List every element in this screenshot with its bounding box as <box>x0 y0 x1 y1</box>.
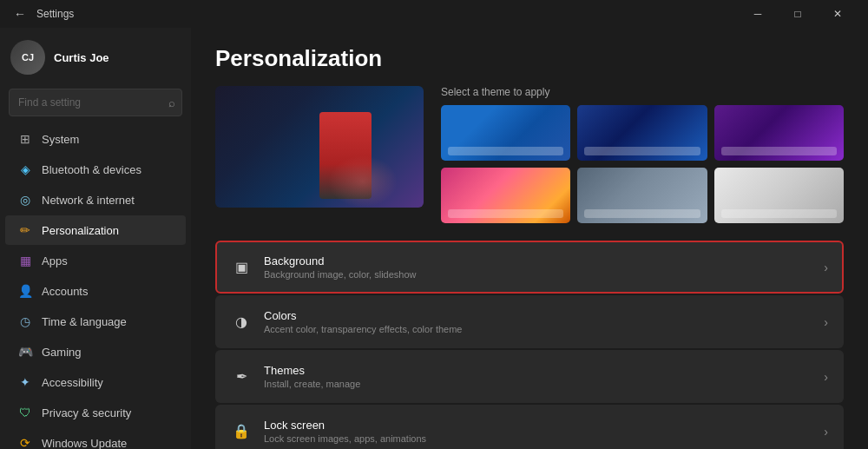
close-button[interactable]: ✕ <box>818 0 858 28</box>
accessibility-icon: ✦ <box>17 374 33 390</box>
settings-item-left-background: ▣BackgroundBackground image, color, slid… <box>231 254 416 280</box>
sidebar-item-label-time: Time & language <box>42 315 127 328</box>
settings-item-text-themes: ThemesInstall, create, manage <box>264 364 360 389</box>
settings-item-title-themes: Themes <box>264 364 360 377</box>
theme-grid-section: Select a theme to apply <box>441 86 844 223</box>
sidebar-item-system[interactable]: ⊞System <box>5 124 186 154</box>
settings-item-title-lock-screen: Lock screen <box>264 419 426 432</box>
theme-select-label: Select a theme to apply <box>441 86 844 98</box>
sidebar: CJ Curtis Joe ⌕ ⊞System◈Bluetooth & devi… <box>0 28 191 449</box>
settings-item-lock-screen[interactable]: 🔒Lock screenLock screen images, apps, an… <box>215 405 844 449</box>
sidebar-item-label-system: System <box>42 133 79 146</box>
search-box: ⌕ <box>9 89 182 116</box>
privacy-icon: 🛡 <box>17 405 33 420</box>
theme-thumb-5[interactable] <box>577 168 707 223</box>
wallpaper-preview <box>215 86 424 208</box>
page-title: Personalization <box>215 45 844 72</box>
theme-thumb-2[interactable] <box>577 105 707 161</box>
sidebar-item-label-windows-update: Windows Update <box>42 437 127 450</box>
network-icon: ◎ <box>17 192 33 208</box>
sidebar-item-label-apps: Apps <box>42 254 68 267</box>
settings-item-colors[interactable]: ◑ColorsAccent color, transparency effect… <box>215 295 844 348</box>
search-input[interactable] <box>9 89 182 116</box>
settings-item-text-background: BackgroundBackground image, color, slide… <box>264 254 416 280</box>
background-icon: ▣ <box>231 257 252 278</box>
titlebar-left: ← Settings <box>10 7 74 21</box>
themes-icon: ✒ <box>231 366 252 387</box>
personalization-icon: ✏ <box>17 222 33 238</box>
settings-item-background[interactable]: ▣BackgroundBackground image, color, slid… <box>215 241 844 294</box>
chevron-icon-background: › <box>824 261 828 274</box>
settings-item-title-colors: Colors <box>264 309 462 322</box>
titlebar: ← Settings ─ □ ✕ <box>0 0 868 28</box>
settings-item-left-lock-screen: 🔒Lock screenLock screen images, apps, an… <box>231 419 426 444</box>
system-icon: ⊞ <box>17 131 33 147</box>
settings-item-text-colors: ColorsAccent color, transparency effects… <box>264 309 462 334</box>
user-section[interactable]: CJ Curtis Joe <box>0 28 191 83</box>
theme-grid <box>441 105 844 223</box>
user-name: Curtis Joe <box>54 51 109 64</box>
settings-item-left-themes: ✒ThemesInstall, create, manage <box>231 364 360 389</box>
sidebar-item-label-gaming: Gaming <box>42 346 82 359</box>
titlebar-controls: ─ □ ✕ <box>738 0 858 28</box>
chevron-icon-colors: › <box>824 315 828 329</box>
nav-list: ⊞System◈Bluetooth & devices◎Network & in… <box>0 123 191 449</box>
bluetooth-icon: ◈ <box>17 162 33 177</box>
settings-item-left-colors: ◑ColorsAccent color, transparency effect… <box>231 309 462 334</box>
windows-update-icon: ⟳ <box>17 435 33 449</box>
settings-item-desc-background: Background image, color, slideshow <box>264 269 416 280</box>
sidebar-item-time[interactable]: ◷Time & language <box>5 307 186 336</box>
maximize-button[interactable]: □ <box>778 0 818 28</box>
sidebar-item-apps[interactable]: ▦Apps <box>5 246 186 275</box>
sidebar-item-label-accounts: Accounts <box>42 285 88 298</box>
settings-item-desc-colors: Accent color, transparency effects, colo… <box>264 324 462 334</box>
chevron-icon-themes: › <box>824 370 828 384</box>
sidebar-item-bluetooth[interactable]: ◈Bluetooth & devices <box>5 155 186 184</box>
lock-screen-icon: 🔒 <box>231 421 252 442</box>
user-info: Curtis Joe <box>54 51 109 64</box>
avatar: CJ <box>10 40 45 75</box>
apps-icon: ▦ <box>17 253 33 268</box>
sidebar-item-windows-update[interactable]: ⟳Windows Update <box>5 428 186 449</box>
settings-item-desc-themes: Install, create, manage <box>264 379 360 389</box>
settings-item-title-background: Background <box>264 254 416 267</box>
back-button[interactable]: ← <box>10 7 30 21</box>
settings-item-desc-lock-screen: Lock screen images, apps, animations <box>264 433 426 444</box>
chevron-icon-lock-screen: › <box>824 425 828 439</box>
sidebar-item-gaming[interactable]: 🎮Gaming <box>5 337 186 366</box>
sidebar-item-label-accessibility: Accessibility <box>42 376 103 389</box>
sidebar-item-privacy[interactable]: 🛡Privacy & security <box>5 398 186 427</box>
sidebar-item-accounts[interactable]: 👤Accounts <box>5 276 186 306</box>
minimize-button[interactable]: ─ <box>738 0 778 28</box>
app-body: CJ Curtis Joe ⌕ ⊞System◈Bluetooth & devi… <box>0 28 868 449</box>
settings-item-text-lock-screen: Lock screenLock screen images, apps, ani… <box>264 419 426 444</box>
theme-thumb-3[interactable] <box>714 105 844 161</box>
sidebar-item-network[interactable]: ◎Network & internet <box>5 185 186 215</box>
search-icon: ⌕ <box>168 96 175 109</box>
theme-thumb-4[interactable] <box>441 168 570 223</box>
content-area: Personalization Select a theme to apply <box>191 28 868 449</box>
theme-thumb-1[interactable] <box>441 105 570 161</box>
gaming-icon: 🎮 <box>17 344 33 360</box>
preview-glow <box>328 155 398 208</box>
sidebar-item-label-privacy: Privacy & security <box>42 406 131 419</box>
theme-thumb-6[interactable] <box>714 168 844 223</box>
settings-item-themes[interactable]: ✒ThemesInstall, create, manage› <box>215 350 844 403</box>
accounts-icon: 👤 <box>17 283 33 299</box>
sidebar-item-personalization[interactable]: ✏Personalization <box>5 215 186 245</box>
sidebar-item-label-bluetooth: Bluetooth & devices <box>42 163 141 176</box>
settings-list: ▣BackgroundBackground image, color, slid… <box>215 241 844 449</box>
theme-section: Select a theme to apply <box>215 86 844 223</box>
titlebar-title-text: Settings <box>36 8 74 20</box>
time-icon: ◷ <box>17 314 33 329</box>
sidebar-item-accessibility[interactable]: ✦Accessibility <box>5 367 186 397</box>
colors-icon: ◑ <box>231 312 252 333</box>
sidebar-item-label-network: Network & internet <box>42 194 135 207</box>
sidebar-item-label-personalization: Personalization <box>42 224 119 237</box>
